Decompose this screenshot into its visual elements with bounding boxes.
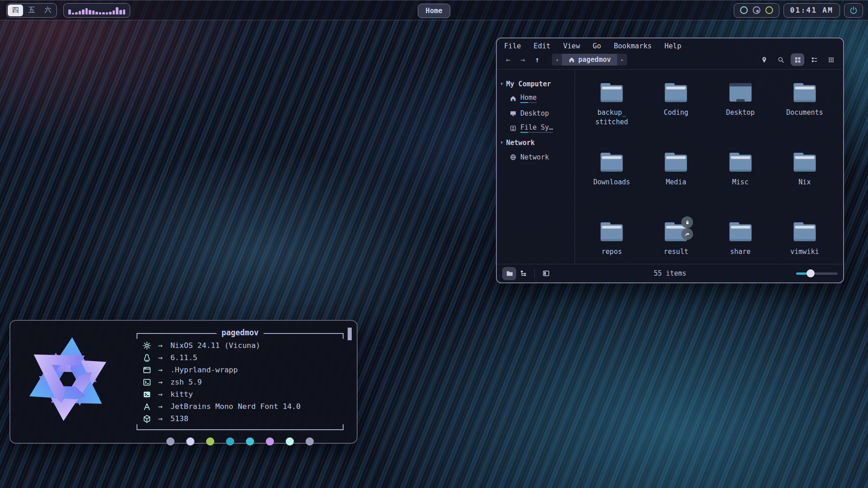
path-scroll-right[interactable]: ▸ (617, 54, 627, 66)
file-manager-window: FileEditViewGoBookmarksHelp ← → ↑ ◂ page… (496, 38, 844, 283)
top-bar: 四五六 Home 01:41 AM (0, 0, 868, 20)
nixos-logo (23, 334, 113, 424)
visualizer-bar (85, 8, 88, 14)
folder-icon (792, 80, 818, 104)
visualizer-bar (68, 9, 71, 14)
fastfetch-output: pagedmov → NixOS 24.11 (Vicuna) → 6.11.5… (137, 333, 344, 446)
file-item-misc[interactable]: Misc (708, 150, 773, 220)
menu-item-edit[interactable]: Edit (533, 42, 550, 50)
menu-item-bookmarks[interactable]: Bookmarks (614, 42, 652, 50)
palette-dot (246, 437, 254, 446)
folder-icon (727, 220, 754, 243)
search-button[interactable] (774, 53, 788, 66)
file-item-repos[interactable]: repos (580, 220, 644, 264)
palette-dot (286, 437, 294, 446)
folder-icon (505, 269, 514, 277)
location-button[interactable] (757, 53, 771, 66)
file-item-documents[interactable]: Documents (773, 80, 837, 150)
back-button[interactable]: ← (502, 54, 514, 65)
places-pane-button[interactable] (502, 267, 516, 280)
terminal-color-palette (137, 437, 344, 446)
file-item-downloads[interactable]: Downloads (580, 150, 644, 220)
terminal-window: pagedmov → NixOS 24.11 (Vicuna) → 6.11.5… (9, 320, 358, 444)
file-label: Coding (664, 108, 688, 117)
file-item-desktop[interactable]: Desktop (708, 80, 773, 150)
zoom-slider-knob[interactable] (807, 269, 815, 277)
menu-item-go[interactable]: Go (593, 42, 601, 50)
clock-module[interactable]: 01:41 AM (783, 3, 840, 18)
fastfetch-line: → kitty (137, 388, 344, 400)
zoom-slider-track[interactable] (796, 272, 838, 275)
arrow-icon: → (158, 353, 163, 362)
list-view-button[interactable] (807, 53, 821, 66)
file-item-nix[interactable]: Nix (773, 150, 837, 220)
toggle-sidepane-button[interactable] (539, 267, 553, 280)
visualizer-bar (79, 11, 81, 14)
visualizer-bar (92, 10, 95, 14)
file-label: vimwiki (790, 247, 819, 257)
status-bar: 55 items (497, 264, 843, 282)
sidebar-item-network[interactable]: Network (500, 150, 572, 164)
symlink-emblem-icon (681, 228, 693, 240)
sidebar-item-filesy[interactable]: File Sy… (500, 121, 572, 136)
palette-dot (306, 437, 314, 446)
disk-icon (509, 125, 517, 132)
file-item-coding[interactable]: Coding (644, 80, 708, 150)
arrow-icon: → (158, 378, 163, 386)
visualizer-bar (89, 10, 91, 14)
file-item-share[interactable]: share (708, 220, 773, 264)
pin-icon (760, 56, 768, 64)
tree-pane-button[interactable] (516, 267, 530, 280)
menu-item-view[interactable]: View (563, 42, 580, 50)
sidebar-item-home[interactable]: Home (500, 91, 572, 106)
shell-icon (142, 378, 151, 387)
sidebar: ▾ My Computer Home Desktop File Sy… ▾ Ne… (497, 70, 575, 264)
file-label: Downloads (593, 178, 630, 187)
lock-emblem-icon (681, 216, 693, 228)
sidebar-item-mycomputer[interactable]: ▾ My Computer (500, 77, 572, 91)
home-icon (568, 56, 575, 63)
file-item-backup_stitched[interactable]: backup_stitched (580, 80, 644, 150)
fastfetch-line: → NixOS 24.11 (Vicuna) (137, 339, 344, 352)
up-button[interactable]: ↑ (531, 54, 543, 65)
menu-item-file[interactable]: File (504, 42, 521, 50)
desktop-icon (509, 110, 517, 117)
hostname: pagedmov (217, 328, 264, 337)
status-indicators[interactable] (734, 3, 779, 18)
path-segment-home[interactable]: pagedmov (562, 54, 617, 66)
file-label: backup_stitched (595, 108, 628, 127)
tree-icon (519, 269, 528, 277)
file-label: repos (602, 247, 622, 257)
desktop: 四五六 Home 01:41 AM FileEditViewGoBookmark… (0, 0, 868, 488)
menu-item-help[interactable]: Help (665, 42, 681, 50)
ring-teal-icon (740, 6, 748, 14)
visualizer-bar (109, 12, 112, 14)
zoom-slider[interactable] (796, 269, 838, 278)
workspace-switcher: 四五六 (6, 3, 57, 18)
workspace-button[interactable]: 四 (8, 5, 23, 16)
workspace-button[interactable]: 五 (24, 5, 39, 16)
file-label: Documents (786, 108, 823, 117)
icon-view-button[interactable] (791, 53, 804, 66)
path-scroll-left[interactable]: ◂ (552, 54, 562, 66)
workspace-button[interactable]: 六 (40, 5, 56, 16)
file-item-media[interactable]: Media (644, 150, 708, 220)
file-item-result[interactable]: result (644, 220, 708, 264)
compact-view-button[interactable] (824, 53, 838, 66)
file-label: Misc (732, 178, 749, 187)
active-window-title[interactable]: Home (418, 4, 450, 18)
visualizer-bar (102, 12, 105, 14)
forward-button[interactable]: → (517, 54, 528, 65)
folder-icon (599, 220, 625, 243)
file-item-vimwiki[interactable]: vimwiki (773, 220, 837, 264)
globe-icon (509, 154, 517, 161)
visualizer-bar (72, 13, 75, 14)
os-icon (142, 341, 151, 350)
sidebar-item-desktop[interactable]: Desktop (500, 106, 572, 121)
folder-icon (792, 150, 818, 174)
fastfetch-value: kitty (170, 390, 193, 399)
power-button[interactable] (844, 3, 863, 18)
toolbar: ← → ↑ ◂ pagedmov ▸ (497, 52, 843, 69)
audio-visualizer (63, 3, 130, 18)
sidebar-item-network[interactable]: ▾ Network (500, 136, 572, 150)
